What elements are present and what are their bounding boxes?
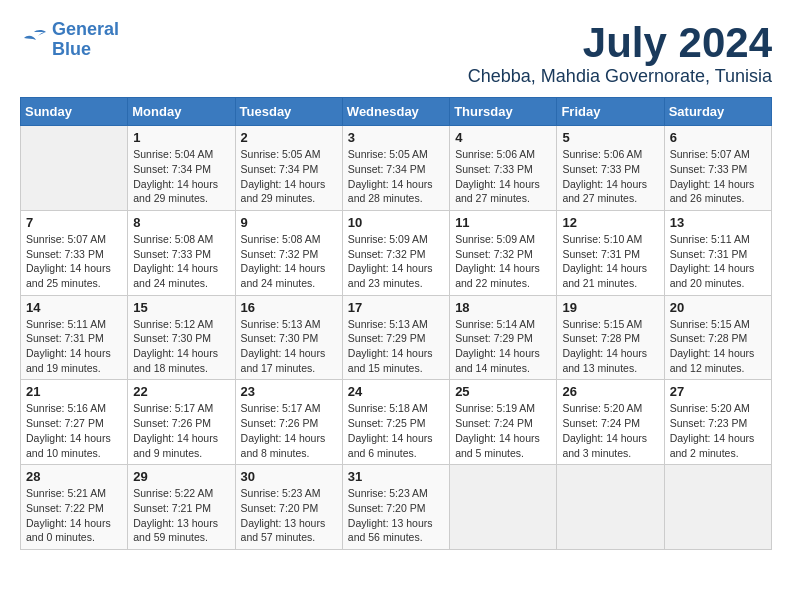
day-info: Sunrise: 5:23 AM Sunset: 7:20 PM Dayligh…	[348, 486, 444, 545]
calendar-cell: 31Sunrise: 5:23 AM Sunset: 7:20 PM Dayli…	[342, 465, 449, 550]
day-info: Sunrise: 5:07 AM Sunset: 7:33 PM Dayligh…	[26, 232, 122, 291]
day-number: 2	[241, 130, 337, 145]
day-info: Sunrise: 5:09 AM Sunset: 7:32 PM Dayligh…	[348, 232, 444, 291]
calendar-week-row: 14Sunrise: 5:11 AM Sunset: 7:31 PM Dayli…	[21, 295, 772, 380]
day-info: Sunrise: 5:16 AM Sunset: 7:27 PM Dayligh…	[26, 401, 122, 460]
day-number: 6	[670, 130, 766, 145]
calendar-cell: 14Sunrise: 5:11 AM Sunset: 7:31 PM Dayli…	[21, 295, 128, 380]
day-number: 26	[562, 384, 658, 399]
calendar-cell: 12Sunrise: 5:10 AM Sunset: 7:31 PM Dayli…	[557, 210, 664, 295]
calendar-cell: 18Sunrise: 5:14 AM Sunset: 7:29 PM Dayli…	[450, 295, 557, 380]
calendar-week-row: 1Sunrise: 5:04 AM Sunset: 7:34 PM Daylig…	[21, 126, 772, 211]
logo-text: General Blue	[52, 20, 119, 60]
day-info: Sunrise: 5:17 AM Sunset: 7:26 PM Dayligh…	[241, 401, 337, 460]
title-block: July 2024 Chebba, Mahdia Governorate, Tu…	[468, 20, 772, 87]
day-info: Sunrise: 5:05 AM Sunset: 7:34 PM Dayligh…	[348, 147, 444, 206]
weekday-header: Tuesday	[235, 98, 342, 126]
day-info: Sunrise: 5:08 AM Sunset: 7:33 PM Dayligh…	[133, 232, 229, 291]
day-number: 10	[348, 215, 444, 230]
day-number: 1	[133, 130, 229, 145]
day-info: Sunrise: 5:07 AM Sunset: 7:33 PM Dayligh…	[670, 147, 766, 206]
day-number: 17	[348, 300, 444, 315]
logo: General Blue	[20, 20, 119, 60]
calendar-table: SundayMondayTuesdayWednesdayThursdayFrid…	[20, 97, 772, 550]
calendar-cell: 23Sunrise: 5:17 AM Sunset: 7:26 PM Dayli…	[235, 380, 342, 465]
calendar-week-row: 7Sunrise: 5:07 AM Sunset: 7:33 PM Daylig…	[21, 210, 772, 295]
day-info: Sunrise: 5:10 AM Sunset: 7:31 PM Dayligh…	[562, 232, 658, 291]
page-header: General Blue July 2024 Chebba, Mahdia Go…	[20, 20, 772, 87]
calendar-cell	[664, 465, 771, 550]
calendar-cell: 9Sunrise: 5:08 AM Sunset: 7:32 PM Daylig…	[235, 210, 342, 295]
calendar-cell	[557, 465, 664, 550]
day-info: Sunrise: 5:06 AM Sunset: 7:33 PM Dayligh…	[455, 147, 551, 206]
day-number: 22	[133, 384, 229, 399]
calendar-cell: 27Sunrise: 5:20 AM Sunset: 7:23 PM Dayli…	[664, 380, 771, 465]
day-info: Sunrise: 5:12 AM Sunset: 7:30 PM Dayligh…	[133, 317, 229, 376]
day-info: Sunrise: 5:15 AM Sunset: 7:28 PM Dayligh…	[670, 317, 766, 376]
day-info: Sunrise: 5:05 AM Sunset: 7:34 PM Dayligh…	[241, 147, 337, 206]
calendar-cell: 8Sunrise: 5:08 AM Sunset: 7:33 PM Daylig…	[128, 210, 235, 295]
day-number: 31	[348, 469, 444, 484]
day-number: 4	[455, 130, 551, 145]
calendar-cell: 2Sunrise: 5:05 AM Sunset: 7:34 PM Daylig…	[235, 126, 342, 211]
calendar-cell: 7Sunrise: 5:07 AM Sunset: 7:33 PM Daylig…	[21, 210, 128, 295]
day-number: 7	[26, 215, 122, 230]
calendar-cell: 24Sunrise: 5:18 AM Sunset: 7:25 PM Dayli…	[342, 380, 449, 465]
day-info: Sunrise: 5:11 AM Sunset: 7:31 PM Dayligh…	[26, 317, 122, 376]
weekday-header: Sunday	[21, 98, 128, 126]
calendar-cell: 13Sunrise: 5:11 AM Sunset: 7:31 PM Dayli…	[664, 210, 771, 295]
day-info: Sunrise: 5:19 AM Sunset: 7:24 PM Dayligh…	[455, 401, 551, 460]
weekday-header: Saturday	[664, 98, 771, 126]
day-info: Sunrise: 5:21 AM Sunset: 7:22 PM Dayligh…	[26, 486, 122, 545]
calendar-cell: 20Sunrise: 5:15 AM Sunset: 7:28 PM Dayli…	[664, 295, 771, 380]
day-number: 12	[562, 215, 658, 230]
day-info: Sunrise: 5:18 AM Sunset: 7:25 PM Dayligh…	[348, 401, 444, 460]
day-number: 18	[455, 300, 551, 315]
calendar-cell: 25Sunrise: 5:19 AM Sunset: 7:24 PM Dayli…	[450, 380, 557, 465]
calendar-cell: 1Sunrise: 5:04 AM Sunset: 7:34 PM Daylig…	[128, 126, 235, 211]
calendar-cell: 6Sunrise: 5:07 AM Sunset: 7:33 PM Daylig…	[664, 126, 771, 211]
day-number: 21	[26, 384, 122, 399]
day-info: Sunrise: 5:13 AM Sunset: 7:29 PM Dayligh…	[348, 317, 444, 376]
day-info: Sunrise: 5:09 AM Sunset: 7:32 PM Dayligh…	[455, 232, 551, 291]
calendar-cell: 28Sunrise: 5:21 AM Sunset: 7:22 PM Dayli…	[21, 465, 128, 550]
calendar-cell	[450, 465, 557, 550]
calendar-week-row: 28Sunrise: 5:21 AM Sunset: 7:22 PM Dayli…	[21, 465, 772, 550]
day-number: 16	[241, 300, 337, 315]
day-info: Sunrise: 5:17 AM Sunset: 7:26 PM Dayligh…	[133, 401, 229, 460]
day-number: 13	[670, 215, 766, 230]
calendar-cell: 5Sunrise: 5:06 AM Sunset: 7:33 PM Daylig…	[557, 126, 664, 211]
day-number: 8	[133, 215, 229, 230]
day-info: Sunrise: 5:08 AM Sunset: 7:32 PM Dayligh…	[241, 232, 337, 291]
day-number: 3	[348, 130, 444, 145]
day-info: Sunrise: 5:04 AM Sunset: 7:34 PM Dayligh…	[133, 147, 229, 206]
day-info: Sunrise: 5:20 AM Sunset: 7:23 PM Dayligh…	[670, 401, 766, 460]
calendar-header-row: SundayMondayTuesdayWednesdayThursdayFrid…	[21, 98, 772, 126]
day-number: 20	[670, 300, 766, 315]
day-info: Sunrise: 5:14 AM Sunset: 7:29 PM Dayligh…	[455, 317, 551, 376]
logo-icon	[20, 28, 48, 52]
day-number: 24	[348, 384, 444, 399]
calendar-cell: 11Sunrise: 5:09 AM Sunset: 7:32 PM Dayli…	[450, 210, 557, 295]
calendar-cell: 29Sunrise: 5:22 AM Sunset: 7:21 PM Dayli…	[128, 465, 235, 550]
day-number: 27	[670, 384, 766, 399]
day-number: 28	[26, 469, 122, 484]
calendar-cell: 16Sunrise: 5:13 AM Sunset: 7:30 PM Dayli…	[235, 295, 342, 380]
month-title: July 2024	[468, 20, 772, 66]
day-number: 29	[133, 469, 229, 484]
calendar-cell: 19Sunrise: 5:15 AM Sunset: 7:28 PM Dayli…	[557, 295, 664, 380]
calendar-cell: 21Sunrise: 5:16 AM Sunset: 7:27 PM Dayli…	[21, 380, 128, 465]
day-info: Sunrise: 5:20 AM Sunset: 7:24 PM Dayligh…	[562, 401, 658, 460]
calendar-cell: 4Sunrise: 5:06 AM Sunset: 7:33 PM Daylig…	[450, 126, 557, 211]
day-info: Sunrise: 5:11 AM Sunset: 7:31 PM Dayligh…	[670, 232, 766, 291]
day-number: 19	[562, 300, 658, 315]
weekday-header: Wednesday	[342, 98, 449, 126]
day-number: 15	[133, 300, 229, 315]
day-info: Sunrise: 5:06 AM Sunset: 7:33 PM Dayligh…	[562, 147, 658, 206]
weekday-header: Monday	[128, 98, 235, 126]
day-number: 9	[241, 215, 337, 230]
weekday-header: Friday	[557, 98, 664, 126]
day-number: 11	[455, 215, 551, 230]
day-info: Sunrise: 5:22 AM Sunset: 7:21 PM Dayligh…	[133, 486, 229, 545]
weekday-header: Thursday	[450, 98, 557, 126]
